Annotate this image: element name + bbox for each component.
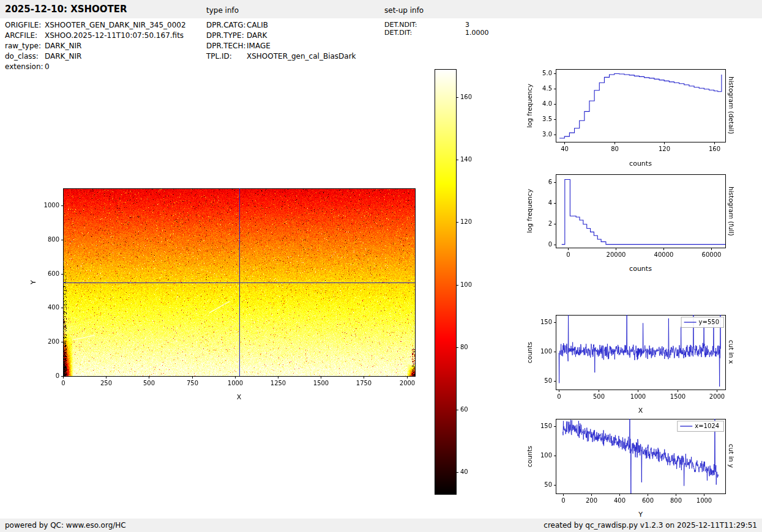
- meta-value: IMAGE: [247, 42, 271, 50]
- meta-key: DPR.TYPE:: [206, 31, 247, 41]
- hist-full-ylabel: log frequency: [525, 174, 534, 248]
- cut-y-ylabel: counts: [525, 419, 534, 493]
- cut-x-canvas: [526, 306, 734, 402]
- meta-value: DARK_NIR: [45, 52, 81, 61]
- header-bar: 2025-12-10: XSHOOTER type info set-up in…: [0, 0, 762, 18]
- type-info-block: DPR.CATG:CALIB DPR.TYPE:DARK DPR.TECH:IM…: [206, 20, 356, 62]
- hist-detail-ylabel: log frequency: [525, 69, 534, 142]
- meta-key: raw_type:: [5, 41, 45, 51]
- type-info-label: type info: [206, 6, 239, 15]
- meta-row-extension: extension:0: [5, 62, 186, 72]
- main-ylabel: Y: [29, 188, 38, 376]
- meta-row-dit: DET.DIT:1.0000: [384, 29, 489, 37]
- page-title: 2025-12-10: XSHOOTER: [5, 4, 127, 15]
- hist-detail-right-label: histogram (detail): [727, 69, 736, 142]
- meta-key: DET.NDIT:: [384, 21, 465, 29]
- hist-full-right-label: histogram (full): [727, 174, 736, 248]
- meta-value: XSHOOTER_gen_cal_BiasDark: [247, 52, 356, 61]
- cut-y-right-label: cut in y: [727, 419, 736, 493]
- meta-value: DARK: [247, 31, 267, 40]
- setup-info-block: DET.NDIT:3 DET.DIT:1.0000: [384, 21, 489, 37]
- hist-detail-xlabel: counts: [556, 160, 725, 168]
- meta-row-dprtech: DPR.TECH:IMAGE: [206, 41, 356, 51]
- meta-key: ORIGFILE:: [5, 20, 45, 31]
- file-info-block: ORIGFILE:XSHOOTER_GEN_DARK_NIR_345_0002 …: [5, 20, 186, 72]
- cut-x-xlabel: X: [556, 407, 725, 415]
- main-xlabel: X: [63, 393, 415, 401]
- meta-row-dprtype: DPR.TYPE:DARK: [206, 31, 356, 41]
- meta-value: XSHOO.2025-12-11T10:07:50.167.fits: [45, 31, 184, 40]
- qc-report-page: 2025-12-10: XSHOOTER type info set-up in…: [0, 0, 762, 532]
- meta-row-origfile: ORIGFILE:XSHOOTER_GEN_DARK_NIR_345_0002: [5, 20, 186, 31]
- meta-key: DET.DIT:: [384, 29, 465, 37]
- meta-value: 1.0000: [465, 29, 489, 37]
- meta-key: DPR.TECH:: [206, 41, 247, 51]
- cut-y-canvas: [526, 410, 734, 506]
- hist-detail-canvas: [526, 61, 734, 156]
- meta-key: extension:: [5, 62, 45, 72]
- meta-row-tplid: TPL.ID:XSHOOTER_gen_cal_BiasDark: [206, 51, 356, 62]
- meta-row-ndit: DET.NDIT:3: [384, 21, 489, 29]
- meta-key: do_class:: [5, 51, 45, 62]
- hist-full-canvas: [526, 166, 734, 261]
- cut-x-ylabel: counts: [525, 315, 534, 390]
- colorbar-canvas: [422, 64, 496, 501]
- meta-row-arcfile: ARCFILE:XSHOO.2025-12-11T10:07:50.167.fi…: [5, 31, 186, 41]
- meta-value: 3: [465, 21, 469, 29]
- cut-y-xlabel: Y: [556, 511, 725, 519]
- footer-bar: powered by QC: www.eso.org/HC created by…: [0, 519, 762, 532]
- meta-value: DARK_NIR: [45, 42, 81, 50]
- meta-row-dprcatg: DPR.CATG:CALIB: [206, 20, 356, 31]
- meta-row-doclass: do_class:DARK_NIR: [5, 51, 186, 62]
- meta-value: CALIB: [247, 21, 268, 29]
- setup-info-label: set-up info: [384, 6, 424, 15]
- footer-left-text: powered by QC: www.eso.org/HC: [5, 519, 126, 532]
- hist-full-xlabel: counts: [556, 265, 725, 273]
- meta-key: TPL.ID:: [206, 51, 247, 62]
- cut-x-right-label: cut in x: [727, 315, 736, 390]
- meta-value: 0: [45, 62, 50, 71]
- footer-right-text: created by qc_rawdisp.py v1.2.3 on 2025-…: [543, 519, 757, 532]
- meta-value: XSHOOTER_GEN_DARK_NIR_345_0002: [45, 21, 186, 29]
- meta-row-rawtype: raw_type:DARK_NIR: [5, 41, 186, 51]
- meta-key: ARCFILE:: [5, 31, 45, 41]
- main-image-canvas: [37, 180, 435, 394]
- meta-key: DPR.CATG:: [206, 20, 247, 31]
